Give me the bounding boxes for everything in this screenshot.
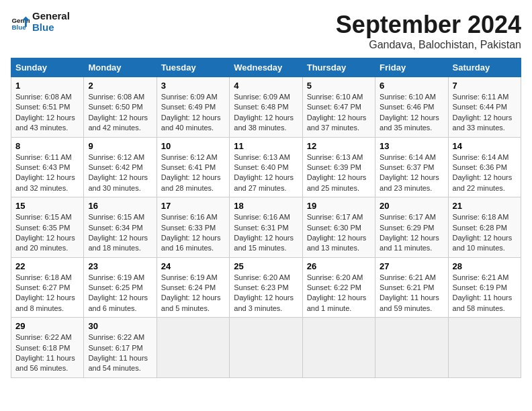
- day-detail: Sunrise: 6:17 AMSunset: 6:29 PMDaylight:…: [380, 212, 443, 254]
- col-tuesday: Tuesday: [157, 58, 229, 77]
- day-detail: Sunrise: 6:12 AMSunset: 6:41 PMDaylight:…: [161, 152, 225, 194]
- month-title: September 2024: [336, 11, 521, 39]
- calendar-cell: 23Sunrise: 6:19 AMSunset: 6:25 PMDayligh…: [84, 257, 157, 318]
- day-detail: Sunrise: 6:14 AMSunset: 6:36 PMDaylight:…: [453, 152, 517, 194]
- calendar-cell: 5Sunrise: 6:10 AMSunset: 6:47 PMDaylight…: [302, 77, 375, 138]
- calendar-cell: [302, 318, 375, 378]
- calendar-cell: 24Sunrise: 6:19 AMSunset: 6:24 PMDayligh…: [157, 257, 229, 318]
- day-number: 6: [380, 81, 443, 91]
- day-number: 29: [15, 321, 79, 331]
- day-number: 16: [88, 201, 152, 211]
- calendar-cell: 30Sunrise: 6:22 AMSunset: 6:17 PMDayligh…: [84, 318, 157, 378]
- day-detail: Sunrise: 6:13 AMSunset: 6:39 PMDaylight:…: [307, 152, 371, 194]
- day-number: 26: [307, 261, 371, 271]
- calendar-cell: 7Sunrise: 6:11 AMSunset: 6:44 PMDaylight…: [448, 77, 521, 138]
- calendar-cell: 27Sunrise: 6:21 AMSunset: 6:21 PMDayligh…: [375, 257, 448, 318]
- logo-icon: General Blue: [11, 13, 30, 32]
- day-detail: Sunrise: 6:11 AMSunset: 6:43 PMDaylight:…: [15, 152, 79, 194]
- day-detail: Sunrise: 6:17 AMSunset: 6:30 PMDaylight:…: [307, 212, 371, 254]
- col-thursday: Thursday: [302, 58, 375, 77]
- day-detail: Sunrise: 6:21 AMSunset: 6:21 PMDaylight:…: [380, 273, 443, 314]
- calendar-cell: 28Sunrise: 6:21 AMSunset: 6:19 PMDayligh…: [448, 257, 521, 318]
- calendar-cell: [448, 318, 521, 378]
- calendar-cell: 3Sunrise: 6:09 AMSunset: 6:49 PMDaylight…: [157, 77, 229, 138]
- day-number: 1: [15, 81, 79, 91]
- day-detail: Sunrise: 6:16 AMSunset: 6:31 PMDaylight:…: [234, 212, 298, 254]
- day-number: 19: [307, 201, 371, 211]
- day-detail: Sunrise: 6:10 AMSunset: 6:46 PMDaylight:…: [380, 92, 443, 134]
- day-detail: Sunrise: 6:09 AMSunset: 6:49 PMDaylight:…: [161, 92, 225, 134]
- day-number: 21: [453, 201, 517, 211]
- calendar-week-row: 15Sunrise: 6:15 AMSunset: 6:35 PMDayligh…: [11, 197, 521, 258]
- col-sunday: Sunday: [11, 58, 84, 77]
- calendar-cell: [375, 318, 448, 378]
- logo: General Blue General Blue: [11, 11, 70, 33]
- calendar-cell: 2Sunrise: 6:08 AMSunset: 6:50 PMDaylight…: [84, 77, 157, 138]
- calendar-cell: 6Sunrise: 6:10 AMSunset: 6:46 PMDaylight…: [375, 77, 448, 138]
- day-detail: Sunrise: 6:14 AMSunset: 6:37 PMDaylight:…: [380, 152, 443, 194]
- day-detail: Sunrise: 6:13 AMSunset: 6:40 PMDaylight:…: [234, 152, 298, 194]
- calendar-week-row: 22Sunrise: 6:18 AMSunset: 6:27 PMDayligh…: [11, 257, 521, 318]
- logo-line1: General: [32, 11, 70, 22]
- title-block: September 2024 Gandava, Balochistan, Pak…: [336, 11, 521, 51]
- day-detail: Sunrise: 6:20 AMSunset: 6:22 PMDaylight:…: [307, 273, 371, 314]
- page-header: General Blue General Blue September 2024…: [11, 11, 521, 51]
- calendar-cell: 25Sunrise: 6:20 AMSunset: 6:23 PMDayligh…: [230, 257, 302, 318]
- calendar-cell: [157, 318, 229, 378]
- calendar-cell: 16Sunrise: 6:15 AMSunset: 6:34 PMDayligh…: [84, 197, 157, 258]
- day-detail: Sunrise: 6:19 AMSunset: 6:25 PMDaylight:…: [88, 273, 152, 314]
- day-detail: Sunrise: 6:22 AMSunset: 6:18 PMDaylight:…: [15, 332, 79, 374]
- location-subtitle: Gandava, Balochistan, Pakistan: [336, 39, 521, 51]
- svg-text:Blue: Blue: [11, 24, 26, 31]
- calendar-cell: 18Sunrise: 6:16 AMSunset: 6:31 PMDayligh…: [230, 197, 302, 258]
- col-friday: Friday: [375, 58, 448, 77]
- calendar-cell: [230, 318, 302, 378]
- day-detail: Sunrise: 6:18 AMSunset: 6:28 PMDaylight:…: [453, 212, 517, 254]
- calendar-cell: 29Sunrise: 6:22 AMSunset: 6:18 PMDayligh…: [11, 318, 84, 378]
- calendar-cell: 22Sunrise: 6:18 AMSunset: 6:27 PMDayligh…: [11, 257, 84, 318]
- day-number: 14: [453, 141, 517, 151]
- logo-line2: Blue: [32, 22, 70, 34]
- day-number: 12: [307, 141, 371, 151]
- calendar-cell: 9Sunrise: 6:12 AMSunset: 6:42 PMDaylight…: [84, 137, 157, 197]
- day-detail: Sunrise: 6:12 AMSunset: 6:42 PMDaylight:…: [88, 152, 152, 194]
- day-detail: Sunrise: 6:11 AMSunset: 6:44 PMDaylight:…: [453, 92, 517, 134]
- day-detail: Sunrise: 6:20 AMSunset: 6:23 PMDaylight:…: [234, 273, 298, 314]
- calendar-week-row: 8Sunrise: 6:11 AMSunset: 6:43 PMDaylight…: [11, 137, 521, 197]
- calendar-cell: 8Sunrise: 6:11 AMSunset: 6:43 PMDaylight…: [11, 137, 84, 197]
- day-number: 2: [88, 81, 152, 91]
- day-detail: Sunrise: 6:08 AMSunset: 6:51 PMDaylight:…: [15, 92, 79, 134]
- day-detail: Sunrise: 6:15 AMSunset: 6:34 PMDaylight:…: [88, 212, 152, 254]
- day-detail: Sunrise: 6:22 AMSunset: 6:17 PMDaylight:…: [88, 332, 152, 374]
- day-number: 28: [453, 261, 517, 271]
- calendar-cell: 15Sunrise: 6:15 AMSunset: 6:35 PMDayligh…: [11, 197, 84, 258]
- calendar-cell: 11Sunrise: 6:13 AMSunset: 6:40 PMDayligh…: [230, 137, 302, 197]
- calendar-cell: 19Sunrise: 6:17 AMSunset: 6:30 PMDayligh…: [302, 197, 375, 258]
- day-number: 23: [88, 261, 152, 271]
- calendar-cell: 13Sunrise: 6:14 AMSunset: 6:37 PMDayligh…: [375, 137, 448, 197]
- day-number: 13: [380, 141, 443, 151]
- day-number: 27: [380, 261, 443, 271]
- calendar-cell: 21Sunrise: 6:18 AMSunset: 6:28 PMDayligh…: [448, 197, 521, 258]
- col-monday: Monday: [84, 58, 157, 77]
- calendar-week-row: 1Sunrise: 6:08 AMSunset: 6:51 PMDaylight…: [11, 77, 521, 138]
- day-number: 17: [161, 201, 225, 211]
- day-number: 15: [15, 201, 79, 211]
- day-number: 7: [453, 81, 517, 91]
- day-detail: Sunrise: 6:19 AMSunset: 6:24 PMDaylight:…: [161, 273, 225, 314]
- day-number: 3: [161, 81, 225, 91]
- day-number: 9: [88, 141, 152, 151]
- day-number: 10: [161, 141, 225, 151]
- day-detail: Sunrise: 6:08 AMSunset: 6:50 PMDaylight:…: [88, 92, 152, 134]
- day-number: 22: [15, 261, 79, 271]
- day-detail: Sunrise: 6:18 AMSunset: 6:27 PMDaylight:…: [15, 273, 79, 314]
- calendar-cell: 4Sunrise: 6:09 AMSunset: 6:48 PMDaylight…: [230, 77, 302, 138]
- day-number: 30: [88, 321, 152, 331]
- calendar-cell: 10Sunrise: 6:12 AMSunset: 6:41 PMDayligh…: [157, 137, 229, 197]
- calendar-cell: 1Sunrise: 6:08 AMSunset: 6:51 PMDaylight…: [11, 77, 84, 138]
- day-number: 20: [380, 201, 443, 211]
- calendar-cell: 20Sunrise: 6:17 AMSunset: 6:29 PMDayligh…: [375, 197, 448, 258]
- day-number: 25: [234, 261, 298, 271]
- day-number: 24: [161, 261, 225, 271]
- calendar-week-row: 29Sunrise: 6:22 AMSunset: 6:18 PMDayligh…: [11, 318, 521, 378]
